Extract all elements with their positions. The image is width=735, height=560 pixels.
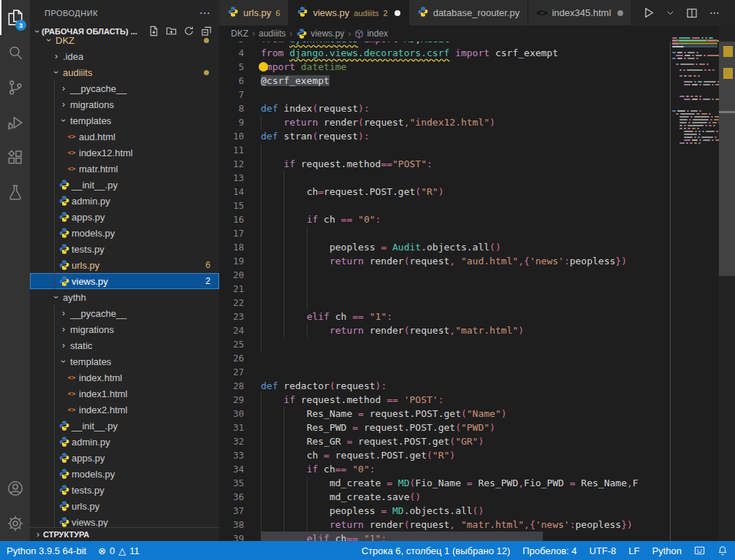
activity-testing[interactable]	[0, 175, 30, 210]
code-line-7[interactable]: 7	[219, 88, 671, 101]
code-line-20[interactable]: 20	[219, 268, 671, 282]
code-line-8[interactable]: 8def index(request):	[219, 101, 671, 115]
tree-item-migrations[interactable]: ›migrations	[30, 96, 219, 112]
tree-item-index12.html[interactable]: <>index12.html	[30, 145, 219, 161]
feedback-icon[interactable]	[694, 545, 705, 556]
more-actions-icon[interactable]	[709, 7, 720, 19]
breadcrumb-item-index[interactable]: index	[354, 28, 388, 39]
code-line-27[interactable]: 27	[219, 365, 671, 379]
tab-database_roouter.py[interactable]: database_roouter.py	[409, 0, 529, 26]
activity-source-control[interactable]	[0, 70, 30, 105]
code-line-29[interactable]: 29 if request.method == 'POST':	[219, 393, 671, 407]
code-line-21[interactable]: 21	[219, 282, 671, 296]
eol-sequence[interactable]: LF	[628, 545, 639, 556]
tree-item-aud.html[interactable]: <>aud.html	[30, 129, 219, 145]
tree-item-models.py[interactable]: models.py	[30, 225, 219, 241]
code-line-37[interactable]: 37 peopless = MD.objects.all()	[219, 504, 671, 518]
language-mode[interactable]: Python	[652, 545, 682, 556]
tree-item-urls.py[interactable]: urls.py6	[30, 257, 219, 273]
code-line-24[interactable]: 24 return render(request,"matr.html")	[219, 323, 671, 337]
new-file-icon[interactable]	[148, 26, 159, 38]
collapse-all-icon[interactable]	[201, 26, 212, 38]
python-interpreter[interactable]: Python 3.9.5 64-bit	[7, 545, 86, 556]
code-line-15[interactable]: 15	[219, 199, 671, 212]
refresh-icon[interactable]	[183, 26, 194, 38]
tree-item-admin.py[interactable]: admin.py	[30, 193, 219, 209]
tree-item-tests.py[interactable]: tests.py	[30, 482, 219, 498]
code-line-34[interactable]: 34 if ch== "0":	[219, 462, 671, 476]
tree-item-views.py[interactable]: views.py	[30, 514, 219, 528]
code-line-35[interactable]: 35 md_create = MD(Fio_Name = Res_PWD,Fio…	[219, 476, 671, 490]
run-dropdown-icon[interactable]	[666, 8, 675, 18]
code-line-11[interactable]: 11	[219, 143, 671, 157]
breadcrumb-item-views.py[interactable]: views.py	[296, 28, 344, 39]
tree-item-.idea[interactable]: ›.idea	[30, 48, 219, 64]
outline-section-header[interactable]: › СТРУКТУРА	[30, 527, 219, 541]
minimap[interactable]	[670, 26, 719, 541]
code-line-16[interactable]: 16 if ch == "0":	[219, 212, 671, 226]
code-line-28[interactable]: 28def redactor(request):	[219, 379, 671, 393]
tree-item-__init__.py[interactable]: __init__.py	[30, 177, 219, 193]
tree-item-audiiits[interactable]: ›audiiits	[30, 64, 219, 80]
code-line-5[interactable]: 5import datetime	[219, 60, 671, 74]
tab-index345.html[interactable]: <>index345.html	[528, 0, 632, 26]
tree-item-views.py[interactable]: views.py2	[30, 273, 219, 289]
tree-item-models.py[interactable]: models.py	[30, 466, 219, 482]
cursor-position[interactable]: Строка 6, столбец 1 (выбрано 12)	[362, 545, 511, 556]
tree-item-__init__.py[interactable]: __init__.py	[30, 418, 219, 434]
indentation[interactable]: Пробелов: 4	[522, 545, 576, 556]
tree-item-index.html[interactable]: <>index.html	[30, 369, 219, 386]
activity-run-debug[interactable]	[0, 105, 30, 140]
code-line-38[interactable]: 38 return render(request, "matr.html",{'…	[219, 518, 671, 532]
tab-urls.py[interactable]: urls.py6	[219, 0, 289, 26]
breadcrumb-item-DKZ[interactable]: DKZ	[231, 28, 248, 39]
code-line-4[interactable]: 4from django.views.decorators.csrf impor…	[219, 46, 671, 60]
code-line-31[interactable]: 31 Res_PWD = request.POST.get("PWD")	[219, 421, 671, 434]
encoding[interactable]: UTF-8	[590, 545, 617, 556]
new-folder-icon[interactable]	[166, 26, 177, 38]
lightbulb-icon[interactable]	[259, 62, 268, 72]
code-line-26[interactable]: 26	[219, 351, 671, 365]
tree-item-admin.py[interactable]: admin.py	[30, 434, 219, 450]
tree-item-index1.html[interactable]: <>index1.html	[30, 386, 219, 402]
activity-extensions[interactable]	[0, 140, 30, 175]
tree-item-DKZ[interactable]: ›DKZ	[30, 37, 219, 48]
tree-item-apps.py[interactable]: apps.py	[30, 209, 219, 225]
code-line-13[interactable]: 13	[219, 171, 671, 185]
activity-account[interactable]	[0, 471, 30, 506]
code-line-9[interactable]: 9 return render(request,"index12.html")	[219, 115, 671, 129]
tree-item-__pycache__[interactable]: ›__pycache__	[30, 305, 219, 321]
breadcrumb-item-audiiits[interactable]: audiiits	[259, 28, 286, 39]
problems-indicator[interactable]: ⊗ 0 △ 11	[98, 545, 140, 556]
tree-item-migrations[interactable]: ›migrations	[30, 321, 219, 337]
code-line-36[interactable]: 36 md_create.save()	[219, 490, 671, 504]
code-line-12[interactable]: 12 if request.method=="POST":	[219, 157, 671, 171]
code-line-18[interactable]: 18 peopless = Audit.objects.all()	[219, 240, 671, 254]
workspace-section-header[interactable]: › (РАБОЧАЯ ОБЛАСТЬ) ...	[30, 26, 219, 37]
scrollbar[interactable]	[719, 26, 735, 541]
code-line-33[interactable]: 33 ch = request.POST.get("R")	[219, 448, 671, 462]
code-editor[interactable]: 3from aythh.models import MD,Audit4from …	[219, 26, 671, 541]
tree-item-urls.py[interactable]: urls.py	[30, 498, 219, 514]
code-line-14[interactable]: 14 ch=request.POST.get("R")	[219, 185, 671, 199]
code-line-6[interactable]: 6@csrf_exempt	[219, 74, 671, 88]
tab-views.py[interactable]: views.pyaudiiits2	[289, 0, 408, 26]
code-line-19[interactable]: 19 return render(request, "aud.html",{'n…	[219, 254, 671, 268]
tree-item-aythh[interactable]: ›aythh	[30, 289, 219, 305]
more-actions-icon[interactable]: ⋯	[199, 7, 211, 20]
tree-item-templates[interactable]: ›templates	[30, 112, 219, 129]
tree-item-index2.html[interactable]: <>index2.html	[30, 402, 219, 418]
run-python-file-icon[interactable]	[642, 7, 655, 19]
code-line-25[interactable]: 25	[219, 337, 671, 351]
tree-item-templates[interactable]: ›templates	[30, 353, 219, 369]
code-line-39[interactable]: 39 elif ch== "1":	[219, 532, 671, 541]
code-line-10[interactable]: 10def stran(request):	[219, 129, 671, 143]
tree-item-matr.html[interactable]: <>matr.html	[30, 161, 219, 177]
code-line-17[interactable]: 17	[219, 226, 671, 240]
activity-explorer[interactable]: 3	[0, 0, 30, 35]
tree-item-static[interactable]: ›static	[30, 337, 219, 353]
activity-search[interactable]	[0, 35, 30, 70]
tree-item-__pycache__[interactable]: ›__pycache__	[30, 80, 219, 96]
code-line-30[interactable]: 30 Res_Name = request.POST.get("Name")	[219, 407, 671, 421]
tree-item-tests.py[interactable]: tests.py	[30, 241, 219, 257]
